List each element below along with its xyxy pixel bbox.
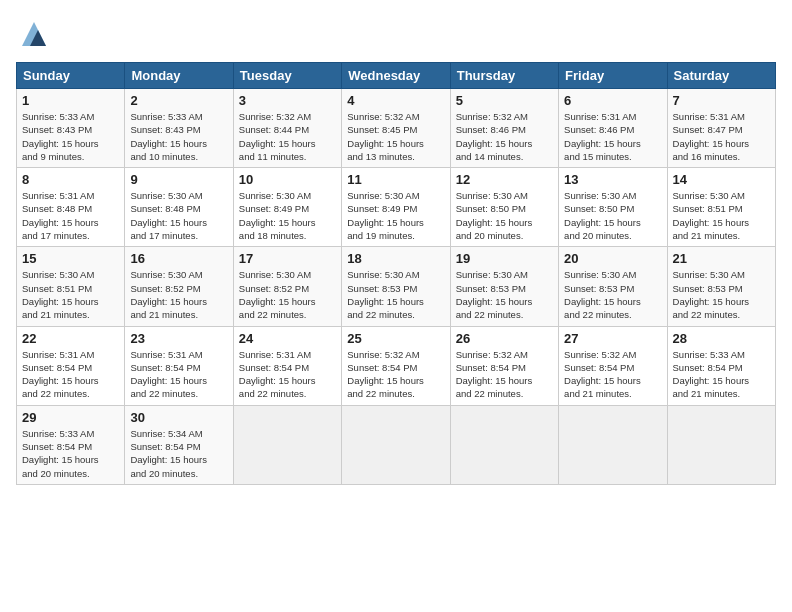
calendar-body: 1Sunrise: 5:33 AMSunset: 8:43 PMDaylight… [17,89,776,485]
day-number: 11 [347,172,444,187]
day-info: Sunrise: 5:30 AMSunset: 8:53 PMDaylight:… [673,268,770,321]
calendar-cell: 19Sunrise: 5:30 AMSunset: 8:53 PMDayligh… [450,247,558,326]
page: Sunday Monday Tuesday Wednesday Thursday… [0,0,792,612]
day-info: Sunrise: 5:32 AMSunset: 8:45 PMDaylight:… [347,110,444,163]
day-info: Sunrise: 5:32 AMSunset: 8:54 PMDaylight:… [456,348,553,401]
calendar-table: Sunday Monday Tuesday Wednesday Thursday… [16,62,776,485]
day-info: Sunrise: 5:32 AMSunset: 8:54 PMDaylight:… [347,348,444,401]
day-number: 15 [22,251,119,266]
calendar-cell: 22Sunrise: 5:31 AMSunset: 8:54 PMDayligh… [17,326,125,405]
col-sunday: Sunday [17,63,125,89]
calendar-cell: 1Sunrise: 5:33 AMSunset: 8:43 PMDaylight… [17,89,125,168]
header [16,16,776,52]
calendar-row: 8Sunrise: 5:31 AMSunset: 8:48 PMDaylight… [17,168,776,247]
day-number: 30 [130,410,227,425]
calendar-cell: 20Sunrise: 5:30 AMSunset: 8:53 PMDayligh… [559,247,667,326]
calendar-cell [233,405,341,484]
calendar-cell: 12Sunrise: 5:30 AMSunset: 8:50 PMDayligh… [450,168,558,247]
col-saturday: Saturday [667,63,775,89]
calendar-cell: 4Sunrise: 5:32 AMSunset: 8:45 PMDaylight… [342,89,450,168]
col-friday: Friday [559,63,667,89]
calendar-cell: 17Sunrise: 5:30 AMSunset: 8:52 PMDayligh… [233,247,341,326]
day-info: Sunrise: 5:30 AMSunset: 8:51 PMDaylight:… [673,189,770,242]
day-info: Sunrise: 5:30 AMSunset: 8:53 PMDaylight:… [564,268,661,321]
day-info: Sunrise: 5:30 AMSunset: 8:48 PMDaylight:… [130,189,227,242]
calendar-cell [667,405,775,484]
day-number: 13 [564,172,661,187]
day-number: 16 [130,251,227,266]
day-number: 24 [239,331,336,346]
logo [16,16,56,52]
col-thursday: Thursday [450,63,558,89]
day-info: Sunrise: 5:33 AMSunset: 8:43 PMDaylight:… [22,110,119,163]
calendar-cell: 10Sunrise: 5:30 AMSunset: 8:49 PMDayligh… [233,168,341,247]
day-info: Sunrise: 5:30 AMSunset: 8:50 PMDaylight:… [456,189,553,242]
day-info: Sunrise: 5:30 AMSunset: 8:49 PMDaylight:… [239,189,336,242]
day-info: Sunrise: 5:32 AMSunset: 8:54 PMDaylight:… [564,348,661,401]
day-number: 5 [456,93,553,108]
day-number: 18 [347,251,444,266]
calendar-cell [342,405,450,484]
day-info: Sunrise: 5:31 AMSunset: 8:54 PMDaylight:… [130,348,227,401]
calendar-cell: 6Sunrise: 5:31 AMSunset: 8:46 PMDaylight… [559,89,667,168]
day-number: 25 [347,331,444,346]
calendar-cell: 29Sunrise: 5:33 AMSunset: 8:54 PMDayligh… [17,405,125,484]
calendar-row: 1Sunrise: 5:33 AMSunset: 8:43 PMDaylight… [17,89,776,168]
day-number: 26 [456,331,553,346]
day-info: Sunrise: 5:30 AMSunset: 8:52 PMDaylight:… [239,268,336,321]
calendar-cell: 25Sunrise: 5:32 AMSunset: 8:54 PMDayligh… [342,326,450,405]
day-number: 10 [239,172,336,187]
calendar-cell: 8Sunrise: 5:31 AMSunset: 8:48 PMDaylight… [17,168,125,247]
logo-icon [16,16,52,52]
calendar-cell: 15Sunrise: 5:30 AMSunset: 8:51 PMDayligh… [17,247,125,326]
calendar-cell: 14Sunrise: 5:30 AMSunset: 8:51 PMDayligh… [667,168,775,247]
day-info: Sunrise: 5:32 AMSunset: 8:44 PMDaylight:… [239,110,336,163]
day-info: Sunrise: 5:31 AMSunset: 8:46 PMDaylight:… [564,110,661,163]
day-number: 19 [456,251,553,266]
calendar-cell: 30Sunrise: 5:34 AMSunset: 8:54 PMDayligh… [125,405,233,484]
day-number: 20 [564,251,661,266]
calendar-cell: 13Sunrise: 5:30 AMSunset: 8:50 PMDayligh… [559,168,667,247]
day-info: Sunrise: 5:30 AMSunset: 8:51 PMDaylight:… [22,268,119,321]
calendar-cell: 18Sunrise: 5:30 AMSunset: 8:53 PMDayligh… [342,247,450,326]
day-info: Sunrise: 5:31 AMSunset: 8:48 PMDaylight:… [22,189,119,242]
day-number: 7 [673,93,770,108]
day-number: 27 [564,331,661,346]
day-info: Sunrise: 5:33 AMSunset: 8:54 PMDaylight:… [673,348,770,401]
day-number: 4 [347,93,444,108]
col-tuesday: Tuesday [233,63,341,89]
day-number: 12 [456,172,553,187]
day-number: 17 [239,251,336,266]
calendar-cell: 16Sunrise: 5:30 AMSunset: 8:52 PMDayligh… [125,247,233,326]
day-info: Sunrise: 5:31 AMSunset: 8:54 PMDaylight:… [22,348,119,401]
day-info: Sunrise: 5:30 AMSunset: 8:52 PMDaylight:… [130,268,227,321]
day-info: Sunrise: 5:33 AMSunset: 8:54 PMDaylight:… [22,427,119,480]
calendar-cell: 5Sunrise: 5:32 AMSunset: 8:46 PMDaylight… [450,89,558,168]
calendar-cell: 23Sunrise: 5:31 AMSunset: 8:54 PMDayligh… [125,326,233,405]
calendar-cell: 2Sunrise: 5:33 AMSunset: 8:43 PMDaylight… [125,89,233,168]
calendar-cell: 9Sunrise: 5:30 AMSunset: 8:48 PMDaylight… [125,168,233,247]
day-number: 28 [673,331,770,346]
calendar-cell: 3Sunrise: 5:32 AMSunset: 8:44 PMDaylight… [233,89,341,168]
day-info: Sunrise: 5:30 AMSunset: 8:53 PMDaylight:… [456,268,553,321]
day-info: Sunrise: 5:32 AMSunset: 8:46 PMDaylight:… [456,110,553,163]
calendar-cell [559,405,667,484]
calendar-row: 22Sunrise: 5:31 AMSunset: 8:54 PMDayligh… [17,326,776,405]
day-number: 23 [130,331,227,346]
day-number: 14 [673,172,770,187]
day-number: 2 [130,93,227,108]
day-info: Sunrise: 5:34 AMSunset: 8:54 PMDaylight:… [130,427,227,480]
day-number: 6 [564,93,661,108]
calendar-cell: 28Sunrise: 5:33 AMSunset: 8:54 PMDayligh… [667,326,775,405]
day-number: 22 [22,331,119,346]
day-info: Sunrise: 5:30 AMSunset: 8:49 PMDaylight:… [347,189,444,242]
col-wednesday: Wednesday [342,63,450,89]
day-info: Sunrise: 5:30 AMSunset: 8:53 PMDaylight:… [347,268,444,321]
calendar-cell: 11Sunrise: 5:30 AMSunset: 8:49 PMDayligh… [342,168,450,247]
day-info: Sunrise: 5:33 AMSunset: 8:43 PMDaylight:… [130,110,227,163]
day-number: 1 [22,93,119,108]
calendar-row: 15Sunrise: 5:30 AMSunset: 8:51 PMDayligh… [17,247,776,326]
day-number: 8 [22,172,119,187]
day-info: Sunrise: 5:30 AMSunset: 8:50 PMDaylight:… [564,189,661,242]
day-info: Sunrise: 5:31 AMSunset: 8:47 PMDaylight:… [673,110,770,163]
